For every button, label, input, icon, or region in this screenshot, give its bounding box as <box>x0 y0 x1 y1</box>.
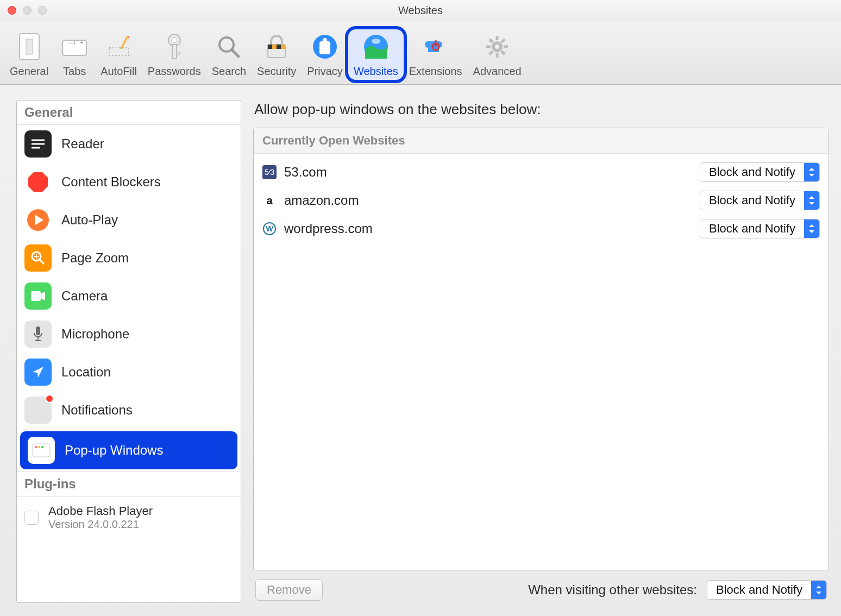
toolbar-privacy[interactable]: Privacy <box>302 29 348 80</box>
sidebar-item-label: Camera <box>61 288 108 304</box>
sidebar-item-page-zoom[interactable]: Page Zoom <box>17 239 241 277</box>
updown-caret-icon <box>804 163 819 181</box>
svg-text:W: W <box>266 224 273 233</box>
plugin-name: Adobe Flash Player <box>48 504 153 518</box>
svg-rect-17 <box>268 45 272 49</box>
sidebar-item-label: Auto-Play <box>61 212 118 228</box>
select-value: Block and Notify <box>700 165 804 179</box>
toolbar-security[interactable]: Security <box>252 29 302 80</box>
plugin-enable-checkbox[interactable] <box>24 511 39 525</box>
select-value: Block and Notify <box>700 222 804 236</box>
close-window-button[interactable] <box>8 6 16 15</box>
svg-marker-62 <box>809 224 814 227</box>
toolbar-websites[interactable]: Websites <box>348 29 404 80</box>
svg-point-35 <box>495 45 499 49</box>
websites-icon <box>361 32 391 62</box>
security-icon <box>261 32 292 62</box>
svg-marker-57 <box>809 174 814 177</box>
tabs-icon: —+ <box>59 32 90 62</box>
toolbar-passwords[interactable]: Passwords <box>142 29 206 80</box>
title-bar: Websites <box>0 0 841 21</box>
site-row[interactable]: W wordpress.com Block and Notify <box>260 215 822 243</box>
select-value: Block and Notify <box>707 583 811 597</box>
site-policy-select[interactable]: Block and Notify <box>700 219 820 238</box>
advanced-icon <box>482 32 512 62</box>
toolbar-label: General <box>10 65 48 78</box>
sidebar-item-microphone[interactable]: Microphone <box>17 315 241 353</box>
remove-button[interactable]: Remove <box>255 579 323 601</box>
svg-line-34 <box>489 51 493 54</box>
traffic-lights <box>0 6 47 15</box>
site-row[interactable]: a amazon.com Block and Notify <box>260 186 822 215</box>
page-zoom-icon <box>24 244 52 272</box>
sidebar-item-popup-windows[interactable]: Pop-up Windows <box>20 431 237 469</box>
svg-rect-52 <box>33 444 50 457</box>
sidebar-section-plugins-header: Plug-ins <box>17 472 241 496</box>
sidebar-item-auto-play[interactable]: Auto-Play <box>17 201 241 239</box>
toolbar-label: Passwords <box>148 65 201 78</box>
toolbar-label: Websites <box>354 65 398 78</box>
auto-play-icon <box>24 206 52 234</box>
toolbar-extensions[interactable]: Extensions <box>404 29 468 80</box>
favicon-wordpress: W <box>262 222 277 236</box>
toolbar-label: Advanced <box>473 65 522 78</box>
favicon-amazon: a <box>262 193 277 208</box>
sidebar-item-location[interactable]: Location <box>17 353 241 391</box>
svg-line-31 <box>489 39 493 42</box>
svg-marker-63 <box>809 230 814 233</box>
toolbar-label: AutoFill <box>101 65 137 78</box>
sidebar-item-camera[interactable]: Camera <box>17 277 241 315</box>
plugin-item-flash[interactable]: Adobe Flash Player Version 24.0.0.221 <box>17 496 241 538</box>
svg-marker-56 <box>809 168 814 171</box>
svg-marker-58 <box>809 196 814 199</box>
toolbar-autofill[interactable]: AutoFill <box>95 29 142 80</box>
svg-text:+: + <box>80 39 83 46</box>
toolbar-label: Extensions <box>409 65 462 78</box>
site-list: 5⁄3 53.com Block and Notify a amazon.com… <box>254 154 829 247</box>
sidebar: General Reader Content Blockers Auto-Pla… <box>16 100 241 603</box>
favicon-53: 5⁄3 <box>262 165 277 179</box>
svg-line-43 <box>40 260 44 264</box>
toolbar-general[interactable]: General <box>4 29 54 80</box>
svg-point-10 <box>172 37 177 43</box>
search-icon <box>214 32 244 62</box>
toolbar-tabs[interactable]: —+ Tabs <box>54 29 95 80</box>
content-blockers-icon <box>24 168 52 196</box>
popup-windows-icon <box>28 437 55 464</box>
toolbar-advanced[interactable]: Advanced <box>468 29 527 80</box>
footer-label: When visiting other websites: <box>528 582 697 598</box>
svg-text:—: — <box>68 39 74 46</box>
svg-marker-7 <box>120 36 129 49</box>
site-domain: amazon.com <box>284 193 692 208</box>
svg-rect-48 <box>36 326 40 335</box>
svg-line-32 <box>501 51 505 54</box>
svg-rect-18 <box>277 45 281 49</box>
svg-line-33 <box>501 39 505 42</box>
svg-point-55 <box>41 446 43 448</box>
zoom-window-button[interactable] <box>38 6 47 15</box>
toolbar-search[interactable]: Search <box>206 29 252 80</box>
sidebar-item-reader[interactable]: Reader <box>17 125 241 163</box>
svg-rect-12 <box>177 52 180 55</box>
svg-marker-59 <box>809 202 814 205</box>
sidebar-item-label: Page Zoom <box>61 250 129 266</box>
reader-icon <box>24 130 52 158</box>
minimize-window-button[interactable] <box>23 6 32 15</box>
sidebar-item-notifications[interactable]: Notifications <box>17 391 241 429</box>
sidebar-item-label: Notifications <box>61 403 133 418</box>
sidebar-general-list: Reader Content Blockers Auto-Play Page Z… <box>17 125 241 472</box>
autofill-icon <box>104 32 134 62</box>
site-row[interactable]: 5⁄3 53.com Block and Notify <box>260 158 822 186</box>
sidebar-item-content-blockers[interactable]: Content Blockers <box>17 163 241 201</box>
default-policy-select[interactable]: Block and Notify <box>707 580 827 600</box>
site-policy-select[interactable]: Block and Notify <box>700 162 820 182</box>
svg-point-23 <box>372 39 380 44</box>
websites-subheader: Currently Open Websites <box>254 128 829 154</box>
updown-caret-icon <box>804 191 819 210</box>
svg-rect-11 <box>172 45 177 59</box>
select-value: Block and Notify <box>700 193 804 208</box>
footer-row: Remove When visiting other websites: Blo… <box>253 570 829 603</box>
svg-rect-6 <box>109 48 129 55</box>
svg-rect-1 <box>26 39 33 54</box>
site-policy-select[interactable]: Block and Notify <box>700 191 820 210</box>
